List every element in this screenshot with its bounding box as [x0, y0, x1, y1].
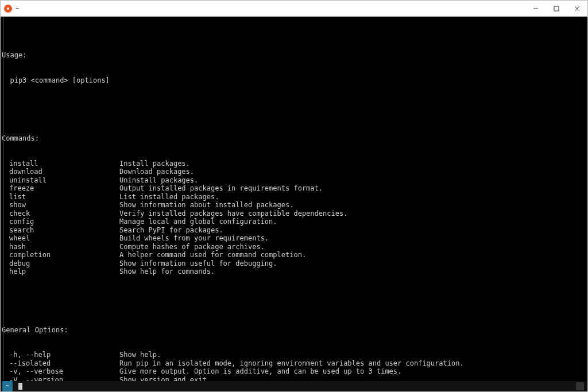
- option-row: hashCompute hashes of package archives.: [1, 243, 587, 251]
- option-row: --isolatedRun pip in an isolated mode, i…: [1, 359, 587, 368]
- status-tab[interactable]: ~: [2, 381, 13, 391]
- option-desc: Give more output. Option is additive, an…: [119, 367, 401, 376]
- terminal-window: ~ Usage: pip3 <command> [options] Comman…: [0, 0, 588, 392]
- option-name: wheel: [1, 234, 119, 243]
- option-row: freezeOutput installed packages in requi…: [1, 184, 587, 193]
- option-name: --isolated: [1, 359, 119, 368]
- option-row: debugShow information useful for debuggi…: [1, 259, 587, 268]
- ubuntu-icon: [3, 4, 13, 13]
- option-row: configManage local and global configurat…: [1, 218, 587, 226]
- option-row: wheelBuild wheels from your requirements…: [1, 234, 587, 243]
- option-name: freeze: [1, 184, 119, 193]
- usage-header: Usage:: [1, 51, 587, 60]
- option-desc: Install packages.: [119, 160, 190, 168]
- option-name: list: [1, 193, 119, 201]
- option-name: -h, --help: [1, 351, 119, 359]
- status-bar: ~: [1, 381, 587, 391]
- option-desc: Build wheels from your requirements.: [119, 234, 269, 243]
- option-desc: Download packages.: [119, 168, 194, 176]
- blank-line: [1, 301, 587, 309]
- option-desc: A helper command used for command comple…: [119, 251, 306, 259]
- minimize-button[interactable]: [525, 1, 546, 16]
- option-desc: Compute hashes of package archives.: [119, 243, 265, 251]
- scrollbar[interactable]: [3, 17, 4, 380]
- option-row: downloadDownload packages.: [1, 168, 587, 176]
- close-button[interactable]: [567, 1, 587, 16]
- maximize-button[interactable]: [546, 1, 567, 16]
- option-name: show: [1, 201, 119, 209]
- option-name: uninstall: [1, 176, 119, 185]
- usage-line: pip3 <command> [options]: [1, 76, 587, 85]
- option-name: search: [1, 226, 119, 235]
- svg-rect-1: [554, 6, 559, 11]
- menu-icon[interactable]: [576, 382, 584, 390]
- option-row: searchSearch PyPI for packages.: [1, 226, 587, 235]
- option-name: completion: [1, 251, 119, 259]
- option-name: check: [1, 209, 119, 218]
- titlebar[interactable]: ~: [1, 1, 587, 17]
- window-title: ~: [16, 5, 20, 13]
- option-desc: Show help.: [119, 351, 161, 359]
- option-name: help: [1, 267, 119, 276]
- option-name: debug: [1, 259, 119, 268]
- option-desc: Verify installed packages have compatibl…: [119, 209, 347, 218]
- terminal-output[interactable]: Usage: pip3 <command> [options] Commands…: [1, 17, 587, 391]
- option-row: installInstall packages.: [1, 160, 587, 168]
- option-row: -h, --helpShow help.: [1, 351, 587, 359]
- option-row: uninstallUninstall packages.: [1, 176, 587, 185]
- option-desc: Output installed packages in requirement…: [119, 184, 323, 193]
- option-row: listList installed packages.: [1, 193, 587, 201]
- option-desc: Run pip in an isolated mode, ignoring en…: [119, 359, 464, 368]
- option-desc: Show help for commands.: [119, 267, 215, 276]
- option-desc: List installed packages.: [119, 193, 219, 201]
- option-name: hash: [1, 243, 119, 251]
- commands-header: Commands:: [1, 134, 587, 143]
- option-desc: Manage local and global configuration.: [119, 218, 277, 226]
- prompt-cursor[interactable]: [18, 382, 22, 391]
- option-row: showShow information about installed pac…: [1, 201, 587, 209]
- option-name: install: [1, 160, 119, 168]
- option-row: helpShow help for commands.: [1, 267, 587, 276]
- option-desc: Show information about installed package…: [119, 201, 293, 209]
- options-header: General Options:: [1, 326, 587, 335]
- option-desc: Uninstall packages.: [119, 176, 198, 185]
- option-desc: Search PyPI for packages.: [119, 226, 223, 235]
- option-name: config: [1, 218, 119, 226]
- option-row: completionA helper command used for comm…: [1, 251, 587, 259]
- option-name: -v, --verbose: [1, 367, 119, 376]
- option-row: -v, --verboseGive more output. Option is…: [1, 367, 587, 376]
- option-desc: Show information useful for debugging.: [119, 259, 277, 268]
- option-name: download: [1, 168, 119, 176]
- blank-line: [1, 101, 587, 110]
- option-row: checkVerify installed packages have comp…: [1, 209, 587, 218]
